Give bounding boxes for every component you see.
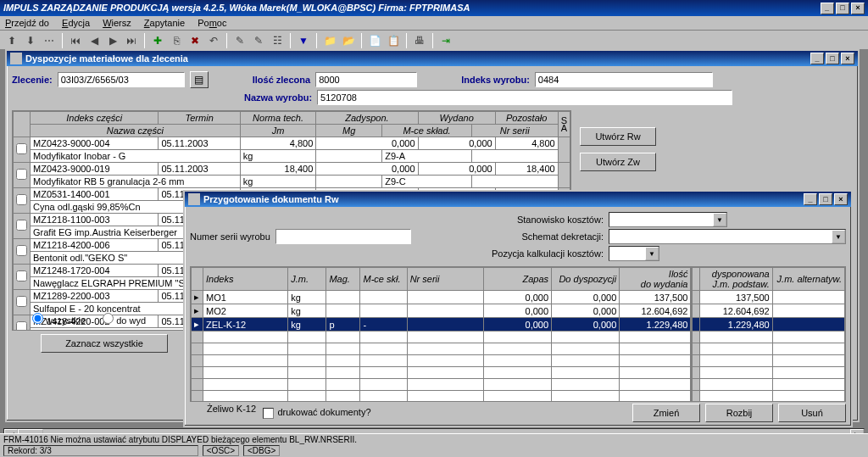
table-row: [192, 332, 845, 343]
ilosc-zlecona-input[interactable]: [315, 72, 417, 87]
app-titlebar: IMPULS ZARZĄDZANIE PRODUKCJĄ wersja 4.2.…: [0, 0, 868, 16]
col-sa: SA: [558, 112, 570, 137]
toolbar-exit-icon[interactable]: ⇥: [437, 32, 454, 49]
col-jm: Jm: [240, 125, 315, 137]
toolbar-tree-icon[interactable]: ☷: [269, 32, 286, 49]
nazwa-wyrobu-label: Nazwa wyrobu:: [244, 92, 312, 103]
toolbar-undo-icon[interactable]: ↶: [205, 32, 222, 49]
stanowisko-combo[interactable]: ▼: [609, 212, 727, 227]
toolbar-folder1-icon[interactable]: 📁: [321, 32, 338, 49]
zlecenie-input[interactable]: [58, 72, 185, 87]
table-row: [192, 343, 845, 355]
workspace: Dyspozycje materiałowe dla zlecenia _ □ …: [0, 49, 868, 443]
toolbar-copy-icon[interactable]: ⎘: [168, 32, 185, 49]
utworz-zw-button[interactable]: Utwórz Zw: [580, 153, 656, 171]
indeks-wyrobu-input[interactable]: [535, 72, 713, 87]
numer-serii-input[interactable]: [275, 229, 411, 244]
table-row[interactable]: ▸MO1kg0,0000,000137,500137,500: [192, 291, 845, 304]
row-checkbox[interactable]: [16, 169, 27, 180]
row-checkbox[interactable]: [16, 194, 27, 205]
toolbar-edit1-icon[interactable]: ✎: [231, 32, 248, 49]
rw-col-jmp: dysponowanaJ.m. podstaw.: [700, 268, 772, 291]
zaznacz-wszystkie-button[interactable]: Zaznacz wszystkie: [41, 334, 168, 353]
status-osc: <OSC>: [203, 445, 239, 456]
toolbar-edit2-icon[interactable]: ✎: [250, 32, 267, 49]
status-message: FRM-41016 Nie można ustawiać atrybutu DI…: [3, 435, 865, 444]
toolbar-ellipsis-icon[interactable]: ⋯: [41, 32, 58, 49]
nazwa-wyrobu-input[interactable]: [317, 90, 732, 105]
table-row[interactable]: ▸ZEL-K-12kgp-0,0000,0001.229,4801.229,48…: [192, 318, 845, 332]
toolbar-new-icon[interactable]: ✚: [149, 32, 166, 49]
toolbar-first-icon[interactable]: ⏮: [67, 32, 84, 49]
rw-grid[interactable]: Indeks J.m. Mag. M-ce skł. Nr serii Zapa…: [190, 266, 846, 402]
radio-wszystkie[interactable]: wszystkie: [32, 313, 86, 326]
pozycja-combo[interactable]: ▼: [609, 246, 659, 261]
table-row: [192, 391, 845, 403]
row-checkbox[interactable]: [16, 143, 27, 154]
menu-wiersz[interactable]: Wiersz: [97, 16, 136, 30]
table-row[interactable]: Modyfikator RB 5 granulacja 2-6 mmkgZ9-C: [14, 176, 570, 188]
win1-minimize[interactable]: _: [810, 53, 824, 64]
toolbar-doc1-icon[interactable]: 📄: [366, 32, 383, 49]
row-checkbox[interactable]: [16, 296, 27, 307]
toolbar-delete-icon[interactable]: ✖: [186, 32, 203, 49]
table-row[interactable]: ▸MO2kg0,0000,00012.604,69212.604,692: [192, 304, 845, 318]
rw-col-nrs: Nr serii: [407, 268, 483, 291]
menu-pomoc[interactable]: Pomoc: [192, 16, 231, 30]
schemat-label: Schemat dekretacji:: [492, 231, 604, 242]
close-button[interactable]: ×: [851, 3, 865, 14]
table-row: [192, 379, 845, 391]
rw-col-jm: J.m.: [288, 268, 326, 291]
rw-col-indeks: Indeks: [203, 268, 288, 291]
win1-maximize[interactable]: □: [826, 53, 839, 64]
window-dyspozycje-titlebar[interactable]: Dyspozycje materiałowe dla zlecenia _ □ …: [7, 51, 858, 66]
rozbij-button[interactable]: Rozbij: [705, 404, 773, 422]
table-row[interactable]: Modyfikator Inobar - GkgZ9-A: [14, 150, 570, 163]
numer-serii-label: Numer serii wyrobu: [190, 231, 270, 242]
win1-close[interactable]: ×: [841, 53, 854, 64]
toolbar-doc2-icon[interactable]: 📋: [385, 32, 402, 49]
zmien-button[interactable]: Zmień: [632, 404, 700, 422]
col-mce: M-ce skład.: [382, 125, 472, 137]
row-checkbox[interactable]: [16, 270, 27, 281]
toolbar-down-icon[interactable]: ⬇: [22, 32, 39, 49]
toolbar-last-icon[interactable]: ⏭: [123, 32, 140, 49]
toolbar-folder2-icon[interactable]: 📂: [340, 32, 357, 49]
zlecenie-lookup-button[interactable]: ▤: [190, 71, 209, 88]
minimize-button[interactable]: _: [821, 3, 834, 14]
window-rw-titlebar[interactable]: Przygotowanie dokumentu Rw _ □ ×: [185, 192, 851, 207]
col-wydano: Wydano: [418, 112, 495, 125]
window-rw: Przygotowanie dokumentu Rw _ □ × Numer s…: [183, 190, 853, 427]
win2-close[interactable]: ×: [834, 193, 848, 205]
usun-button[interactable]: Usuń: [778, 404, 846, 422]
table-row[interactable]: MZ0423-9000-01905.11.200318,4000,0000,00…: [14, 163, 570, 176]
menu-zapytanie[interactable]: Zapytanie: [139, 16, 190, 30]
toolbar-filter-icon[interactable]: ▼: [295, 32, 312, 49]
status-rekord: Rekord: 3/3: [3, 445, 198, 456]
rw-col-dowyd: Ilośćdo wydania: [620, 268, 692, 291]
toolbar-print-icon[interactable]: 🖶: [411, 32, 428, 49]
col-mg: Mg: [316, 125, 382, 137]
window-icon: [188, 193, 200, 205]
utworz-rw-button[interactable]: Utwórz Rw: [580, 127, 656, 146]
row-checkbox[interactable]: [16, 245, 27, 256]
rw-col-mce: M-ce skł.: [360, 268, 407, 291]
menu-przejdz[interactable]: Przejdź do: [0, 16, 54, 30]
menu-edycja[interactable]: Edycja: [57, 16, 95, 30]
win2-maximize[interactable]: □: [819, 193, 832, 205]
window-dyspozycje-title: Dyspozycje materiałowe dla zlecenia: [25, 51, 810, 66]
toolbar-prev-icon[interactable]: ◀: [86, 32, 103, 49]
ilosc-zlecona-label: Ilość zlecona: [253, 75, 310, 85]
rw-col-zapas: Zapas: [483, 268, 551, 291]
maximize-button[interactable]: □: [836, 3, 849, 14]
row-checkbox[interactable]: [16, 220, 27, 231]
table-row[interactable]: MZ0423-9000-00405.11.20034,8000,0000,000…: [14, 137, 570, 150]
drukowac-checkbox[interactable]: drukować dokumenty?: [263, 407, 370, 417]
col-nazwa: Nazwa części: [31, 125, 241, 137]
schemat-combo[interactable]: ▼: [609, 229, 846, 244]
radio-dowyd[interactable]: do wyd: [103, 313, 146, 326]
toolbar-next-icon[interactable]: ▶: [104, 32, 121, 49]
toolbar-up-icon[interactable]: ⬆: [3, 32, 20, 49]
win2-minimize[interactable]: _: [804, 193, 817, 205]
indeks-wyrobu-label: Indeks wyrobu:: [461, 75, 530, 85]
